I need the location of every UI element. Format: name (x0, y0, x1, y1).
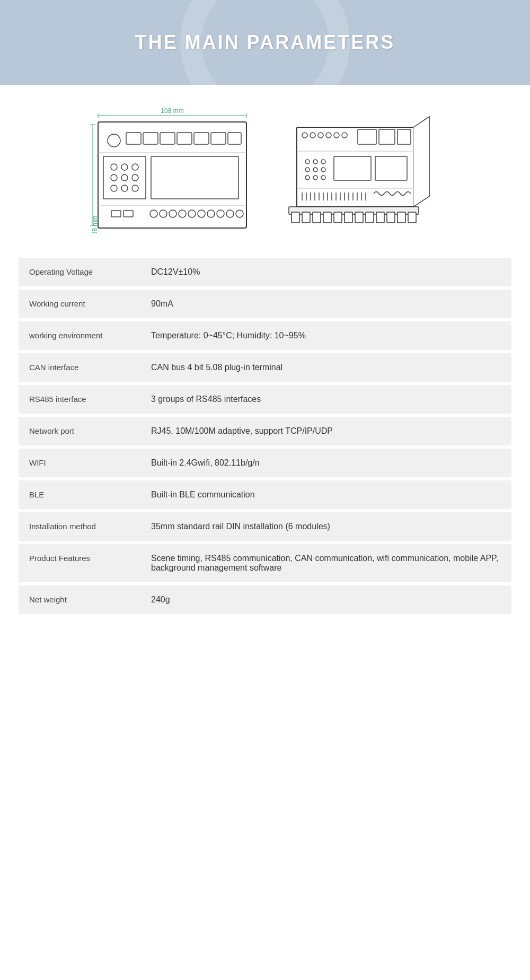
svg-rect-84 (313, 212, 321, 223)
svg-rect-86 (334, 212, 342, 223)
svg-rect-88 (355, 212, 363, 223)
svg-rect-91 (387, 212, 395, 223)
param-label: Product Features (19, 544, 140, 582)
table-row: BLEBuilt-in BLE communication (19, 480, 511, 509)
param-label: working environment (19, 321, 140, 350)
svg-rect-93 (408, 212, 416, 223)
table-row: Installation method35mm standard rail DI… (19, 512, 511, 541)
table-row: WIFIBuilt-in 2.4Gwifi, 802.11b/g/n (19, 449, 511, 477)
param-value: Temperature: 0~45°C; Humidity: 10~95% (140, 321, 511, 350)
svg-rect-42 (297, 127, 413, 207)
param-label: BLE (19, 480, 140, 509)
svg-rect-85 (323, 212, 331, 223)
svg-rect-89 (366, 212, 374, 223)
device-side-diagram (281, 106, 440, 233)
svg-text:88 mm: 88 mm (91, 216, 99, 233)
page-title: THE MAIN PARAMETERS (135, 31, 395, 54)
table-row: Product FeaturesScene timing, RS485 comm… (19, 544, 511, 582)
table-row: Net weight240g (19, 585, 511, 614)
svg-text:108 mm: 108 mm (161, 107, 183, 115)
parameters-table: Operating VoltageDC12V±10%Working curren… (19, 255, 511, 617)
param-label: Network port (19, 417, 140, 445)
param-value: Built-in BLE communication (140, 480, 511, 509)
param-value: Built-in 2.4Gwifi, 802.11b/g/n (140, 449, 511, 477)
table-row: Working current90mA (19, 290, 511, 318)
param-label: Operating Voltage (19, 258, 140, 286)
param-label: Installation method (19, 512, 140, 541)
table-row: Network portRJ45, 10M/100M adaptive, sup… (19, 417, 511, 445)
svg-rect-82 (292, 212, 299, 223)
table-row: RS485 interface3 groups of RS485 interfa… (19, 385, 511, 414)
table-row: working environmentTemperature: 0~45°C; … (19, 321, 511, 350)
param-value: 90mA (140, 290, 511, 318)
param-label: Working current (19, 290, 140, 318)
header-section: THE MAIN PARAMETERS (0, 0, 530, 85)
param-value: DC12V±10% (140, 258, 511, 286)
param-value: Scene timing, RS485 communication, CAN c… (140, 544, 511, 582)
param-label: RS485 interface (19, 385, 140, 414)
parameters-section: Operating VoltageDC12V±10%Working curren… (0, 244, 530, 638)
param-label: WIFI (19, 449, 140, 477)
param-label: CAN interface (19, 353, 140, 382)
svg-rect-92 (398, 212, 405, 223)
param-value: CAN bus 4 bit 5.08 plug-in terminal (140, 353, 511, 382)
param-value: 3 groups of RS485 interfaces (140, 385, 511, 414)
table-row: CAN interfaceCAN bus 4 bit 5.08 plug-in … (19, 353, 511, 382)
param-value: 240g (140, 585, 511, 614)
svg-rect-87 (344, 212, 352, 223)
device-front-diagram: 108 mm 88 mm (90, 106, 254, 233)
param-value: 35mm standard rail DIN installation (6 m… (140, 512, 511, 541)
diagram-section: 108 mm 88 mm (0, 85, 530, 244)
param-value: RJ45, 10M/100M adaptive, support TCP/IP/… (140, 417, 511, 445)
svg-rect-83 (302, 212, 310, 223)
svg-rect-90 (376, 212, 384, 223)
param-label: Net weight (19, 585, 140, 614)
table-row: Operating VoltageDC12V±10% (19, 258, 511, 286)
